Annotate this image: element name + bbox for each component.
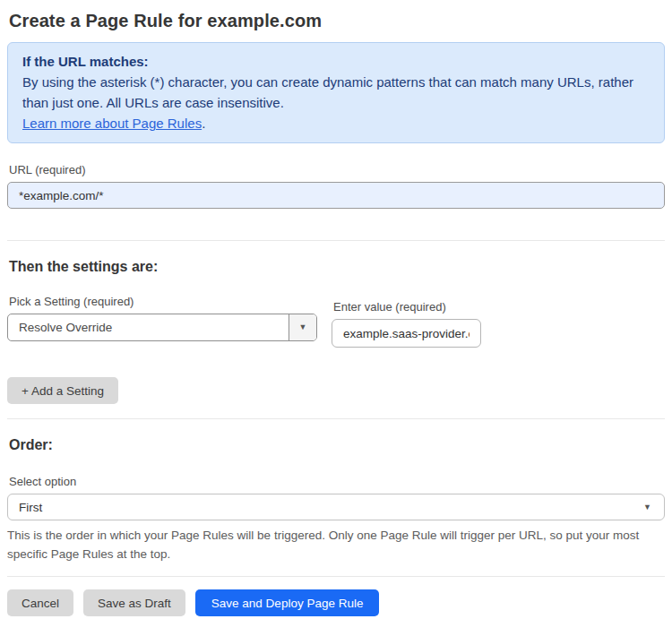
setting-select-arrow-button[interactable]: ▼ [289, 314, 316, 340]
page-title: Create a Page Rule for example.com [9, 11, 665, 31]
setting-select-value: Resolve Override [8, 314, 289, 340]
chevron-down-icon: ▼ [643, 503, 651, 512]
divider [7, 576, 665, 577]
settings-row: Pick a Setting (required) Resolve Overri… [7, 275, 665, 348]
settings-section-heading: Then the settings are: [9, 259, 665, 275]
setting-select-label: Pick a Setting (required) [9, 295, 317, 308]
divider [7, 418, 665, 419]
footer-actions: Cancel Save as Draft Save and Deploy Pag… [7, 589, 665, 616]
link-suffix: . [202, 116, 205, 131]
order-select[interactable]: First ▼ [7, 494, 665, 520]
cancel-button[interactable]: Cancel [7, 589, 73, 616]
info-box-body: By using the asterisk (*) character, you… [22, 72, 650, 113]
divider [7, 240, 665, 241]
order-section-heading: Order: [9, 437, 665, 453]
value-field-label: Enter value (required) [333, 300, 481, 314]
url-match-info-box: If the URL matches: By using the asteris… [7, 42, 665, 143]
url-input[interactable] [7, 182, 665, 209]
save-draft-button[interactable]: Save as Draft [83, 589, 185, 616]
info-box-heading: If the URL matches: [22, 51, 650, 72]
setting-select-column: Pick a Setting (required) Resolve Overri… [7, 275, 317, 341]
setting-select[interactable]: Resolve Override ▼ [7, 314, 317, 341]
chevron-down-icon: ▼ [299, 323, 307, 331]
create-page-rule-form: Create a Page Rule for example.com If th… [0, 0, 672, 616]
value-field-column: Enter value (required) [332, 275, 481, 348]
learn-more-link[interactable]: Learn more about Page Rules [22, 116, 202, 131]
save-deploy-button[interactable]: Save and Deploy Page Rule [195, 589, 380, 616]
add-setting-button[interactable]: + Add a Setting [7, 377, 118, 404]
order-select-value: First [19, 501, 643, 514]
setting-value-input[interactable] [332, 319, 481, 348]
order-help-text: This is the order in which your Page Rul… [7, 526, 665, 563]
order-select-label: Select option [9, 475, 665, 488]
url-field-label: URL (required) [9, 163, 665, 176]
info-link-line: Learn more about Page Rules. [22, 113, 650, 133]
